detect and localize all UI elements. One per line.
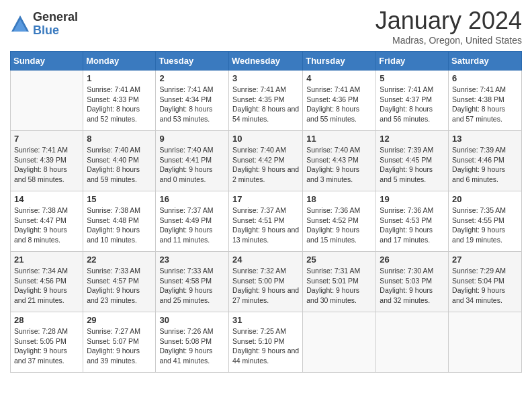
day-info: Sunrise: 7:34 AMSunset: 4:56 PMDaylight:… bbox=[14, 266, 79, 306]
header-cell-wednesday: Wednesday bbox=[228, 52, 302, 71]
day-info: Sunrise: 7:36 AMSunset: 4:53 PMDaylight:… bbox=[380, 205, 445, 245]
day-number: 25 bbox=[306, 255, 372, 265]
logo-icon bbox=[10, 14, 30, 34]
calendar-cell: 18Sunrise: 7:36 AMSunset: 4:52 PMDayligh… bbox=[303, 191, 376, 252]
calendar-cell bbox=[11, 71, 83, 131]
calendar-table: SundayMondayTuesdayWednesdayThursdayFrid… bbox=[10, 51, 522, 373]
calendar-cell: 13Sunrise: 7:39 AMSunset: 4:46 PMDayligh… bbox=[449, 131, 522, 191]
day-number: 22 bbox=[87, 255, 152, 265]
calendar-cell: 19Sunrise: 7:36 AMSunset: 4:53 PMDayligh… bbox=[376, 191, 449, 252]
day-info: Sunrise: 7:41 AMSunset: 4:39 PMDaylight:… bbox=[14, 145, 79, 185]
calendar-row-3: 21Sunrise: 7:34 AMSunset: 4:56 PMDayligh… bbox=[11, 252, 522, 312]
day-info: Sunrise: 7:28 AMSunset: 5:05 PMDaylight:… bbox=[14, 326, 79, 366]
day-info: Sunrise: 7:33 AMSunset: 4:57 PMDaylight:… bbox=[87, 266, 152, 306]
day-info: Sunrise: 7:33 AMSunset: 4:58 PMDaylight:… bbox=[159, 266, 225, 306]
calendar-row-1: 7Sunrise: 7:41 AMSunset: 4:39 PMDaylight… bbox=[11, 131, 522, 191]
day-info: Sunrise: 7:25 AMSunset: 5:10 PMDaylight:… bbox=[232, 326, 299, 366]
day-number: 24 bbox=[232, 255, 299, 265]
header-cell-saturday: Saturday bbox=[449, 52, 522, 71]
page-header: General Blue January 2024 Madras, Oregon… bbox=[10, 7, 522, 46]
day-number: 16 bbox=[159, 194, 225, 204]
calendar-cell: 11Sunrise: 7:40 AMSunset: 4:43 PMDayligh… bbox=[303, 131, 376, 191]
day-info: Sunrise: 7:29 AMSunset: 5:04 PMDaylight:… bbox=[452, 266, 518, 306]
calendar-cell: 26Sunrise: 7:30 AMSunset: 5:03 PMDayligh… bbox=[376, 252, 449, 312]
calendar-cell: 23Sunrise: 7:33 AMSunset: 4:58 PMDayligh… bbox=[156, 252, 229, 312]
day-info: Sunrise: 7:41 AMSunset: 4:35 PMDaylight:… bbox=[232, 85, 299, 124]
day-number: 8 bbox=[87, 134, 152, 144]
calendar-cell bbox=[303, 312, 376, 373]
header-cell-friday: Friday bbox=[376, 52, 449, 71]
calendar-cell: 31Sunrise: 7:25 AMSunset: 5:10 PMDayligh… bbox=[228, 312, 302, 373]
day-info: Sunrise: 7:35 AMSunset: 4:55 PMDaylight:… bbox=[452, 205, 518, 245]
day-info: Sunrise: 7:30 AMSunset: 5:03 PMDaylight:… bbox=[380, 266, 445, 306]
logo-text: General Blue bbox=[33, 11, 78, 38]
calendar-cell: 6Sunrise: 7:41 AMSunset: 4:38 PMDaylight… bbox=[449, 71, 522, 131]
calendar-cell: 28Sunrise: 7:28 AMSunset: 5:05 PMDayligh… bbox=[11, 312, 83, 373]
logo-general: General bbox=[33, 11, 78, 24]
calendar-cell: 12Sunrise: 7:39 AMSunset: 4:45 PMDayligh… bbox=[376, 131, 449, 191]
day-info: Sunrise: 7:37 AMSunset: 4:49 PMDaylight:… bbox=[159, 205, 225, 245]
calendar-cell: 17Sunrise: 7:37 AMSunset: 4:51 PMDayligh… bbox=[228, 191, 302, 252]
day-number: 20 bbox=[452, 194, 518, 204]
day-info: Sunrise: 7:41 AMSunset: 4:33 PMDaylight:… bbox=[87, 85, 152, 124]
calendar-cell: 9Sunrise: 7:40 AMSunset: 4:41 PMDaylight… bbox=[156, 131, 229, 191]
day-info: Sunrise: 7:36 AMSunset: 4:52 PMDaylight:… bbox=[306, 205, 372, 245]
calendar-cell: 7Sunrise: 7:41 AMSunset: 4:39 PMDaylight… bbox=[11, 131, 83, 191]
day-info: Sunrise: 7:41 AMSunset: 4:36 PMDaylight:… bbox=[306, 85, 372, 124]
calendar-cell: 21Sunrise: 7:34 AMSunset: 4:56 PMDayligh… bbox=[11, 252, 83, 312]
logo: General Blue bbox=[10, 11, 78, 38]
calendar-body: 1Sunrise: 7:41 AMSunset: 4:33 PMDaylight… bbox=[11, 71, 522, 373]
header-cell-tuesday: Tuesday bbox=[156, 52, 229, 71]
day-number: 21 bbox=[14, 255, 79, 265]
day-number: 17 bbox=[232, 194, 299, 204]
calendar-row-4: 28Sunrise: 7:28 AMSunset: 5:05 PMDayligh… bbox=[11, 312, 522, 373]
logo-blue: Blue bbox=[33, 24, 78, 38]
calendar-cell: 27Sunrise: 7:29 AMSunset: 5:04 PMDayligh… bbox=[449, 252, 522, 312]
day-number: 26 bbox=[380, 255, 445, 265]
day-number: 28 bbox=[14, 315, 79, 325]
header-cell-sunday: Sunday bbox=[11, 52, 83, 71]
day-number: 27 bbox=[452, 255, 518, 265]
day-number: 19 bbox=[380, 194, 445, 204]
day-info: Sunrise: 7:32 AMSunset: 5:00 PMDaylight:… bbox=[232, 266, 299, 306]
calendar-cell: 22Sunrise: 7:33 AMSunset: 4:57 PMDayligh… bbox=[83, 252, 156, 312]
day-info: Sunrise: 7:41 AMSunset: 4:38 PMDaylight:… bbox=[452, 85, 518, 124]
calendar-cell: 5Sunrise: 7:41 AMSunset: 4:37 PMDaylight… bbox=[376, 71, 449, 131]
calendar-cell: 14Sunrise: 7:38 AMSunset: 4:47 PMDayligh… bbox=[11, 191, 83, 252]
day-info: Sunrise: 7:40 AMSunset: 4:41 PMDaylight:… bbox=[159, 145, 225, 185]
calendar-cell: 30Sunrise: 7:26 AMSunset: 5:08 PMDayligh… bbox=[156, 312, 229, 373]
calendar-header: SundayMondayTuesdayWednesdayThursdayFrid… bbox=[11, 52, 522, 71]
calendar-cell: 15Sunrise: 7:38 AMSunset: 4:48 PMDayligh… bbox=[83, 191, 156, 252]
day-number: 9 bbox=[159, 134, 225, 144]
day-number: 1 bbox=[87, 73, 152, 83]
calendar-cell: 3Sunrise: 7:41 AMSunset: 4:35 PMDaylight… bbox=[228, 71, 302, 131]
calendar-cell: 10Sunrise: 7:40 AMSunset: 4:42 PMDayligh… bbox=[228, 131, 302, 191]
calendar-cell: 24Sunrise: 7:32 AMSunset: 5:00 PMDayligh… bbox=[228, 252, 302, 312]
header-cell-thursday: Thursday bbox=[303, 52, 376, 71]
calendar-cell: 1Sunrise: 7:41 AMSunset: 4:33 PMDaylight… bbox=[83, 71, 156, 131]
title-block: January 2024 Madras, Oregon, United Stat… bbox=[375, 7, 522, 46]
day-number: 29 bbox=[87, 315, 152, 325]
day-number: 11 bbox=[306, 134, 372, 144]
calendar-cell: 25Sunrise: 7:31 AMSunset: 5:01 PMDayligh… bbox=[303, 252, 376, 312]
day-number: 23 bbox=[159, 255, 225, 265]
day-info: Sunrise: 7:38 AMSunset: 4:47 PMDaylight:… bbox=[14, 205, 79, 245]
day-info: Sunrise: 7:27 AMSunset: 5:07 PMDaylight:… bbox=[87, 326, 152, 366]
calendar-cell bbox=[449, 312, 522, 373]
header-cell-monday: Monday bbox=[83, 52, 156, 71]
day-number: 4 bbox=[306, 73, 372, 83]
day-number: 15 bbox=[87, 194, 152, 204]
day-number: 14 bbox=[14, 194, 79, 204]
location: Madras, Oregon, United States bbox=[375, 35, 522, 46]
day-info: Sunrise: 7:26 AMSunset: 5:08 PMDaylight:… bbox=[159, 326, 225, 366]
day-info: Sunrise: 7:37 AMSunset: 4:51 PMDaylight:… bbox=[232, 205, 299, 245]
calendar-row-0: 1Sunrise: 7:41 AMSunset: 4:33 PMDaylight… bbox=[11, 71, 522, 131]
day-number: 12 bbox=[380, 134, 445, 144]
day-info: Sunrise: 7:39 AMSunset: 4:45 PMDaylight:… bbox=[380, 145, 445, 185]
day-number: 2 bbox=[159, 73, 225, 83]
day-number: 5 bbox=[380, 73, 445, 83]
calendar-cell: 2Sunrise: 7:41 AMSunset: 4:34 PMDaylight… bbox=[156, 71, 229, 131]
day-number: 10 bbox=[232, 134, 299, 144]
calendar-cell: 8Sunrise: 7:40 AMSunset: 4:40 PMDaylight… bbox=[83, 131, 156, 191]
calendar-cell: 29Sunrise: 7:27 AMSunset: 5:07 PMDayligh… bbox=[83, 312, 156, 373]
